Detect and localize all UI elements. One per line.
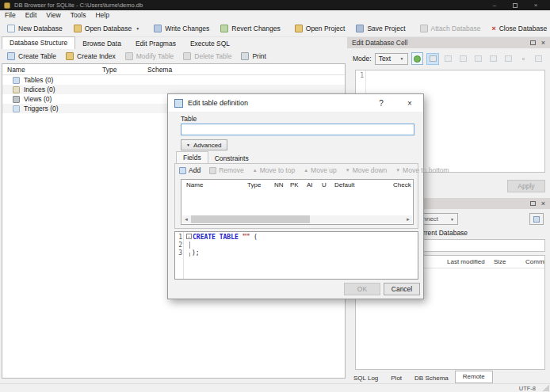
- identity-settings-button[interactable]: [529, 213, 544, 225]
- app-window: DB Browser for SQLite - C:\Users\turne\d…: [0, 0, 550, 392]
- close-database-button[interactable]: × Close Database: [486, 22, 550, 35]
- tab-plot[interactable]: Plot: [384, 373, 408, 383]
- col-type[interactable]: Type: [247, 181, 261, 188]
- close-window-button[interactable]: ×: [525, 0, 546, 10]
- dialog-tab-bar: Fields Constraints: [176, 151, 255, 164]
- open-database-button[interactable]: Open Database ▼: [68, 22, 146, 35]
- apply-cell-icon: [414, 55, 421, 63]
- print-icon: [241, 52, 249, 60]
- resize-grip[interactable]: [543, 385, 549, 391]
- col-u[interactable]: U: [322, 181, 327, 188]
- save-cell-icon: [487, 53, 499, 65]
- create-table-icon: [7, 52, 15, 60]
- sql-line-number: 1: [175, 234, 182, 242]
- revert-changes-button[interactable]: Revert Changes: [215, 22, 285, 35]
- open-database-dropdown-icon[interactable]: ▼: [136, 26, 139, 31]
- mode-label: Mode:: [353, 55, 372, 63]
- dialog-help-button[interactable]: ?: [374, 99, 388, 108]
- minimize-button[interactable]: –: [484, 0, 505, 10]
- column-size[interactable]: Size: [494, 258, 506, 265]
- tab-db-schema[interactable]: DB Schema: [408, 373, 455, 383]
- move-top-icon: ▲: [253, 168, 258, 173]
- maximize-button[interactable]: [505, 0, 525, 10]
- cancel-button[interactable]: Cancel: [384, 283, 420, 295]
- col-default[interactable]: Default: [334, 181, 354, 188]
- table-name-label: Table: [181, 115, 197, 123]
- write-changes-icon: [154, 25, 162, 32]
- column-type[interactable]: Type: [102, 66, 116, 74]
- add-field-button[interactable]: Add: [179, 166, 201, 174]
- column-last-modified[interactable]: Last modified: [447, 258, 485, 265]
- dialog-close-button[interactable]: ×: [403, 99, 417, 108]
- open-project-button[interactable]: Open Project: [289, 22, 351, 35]
- move-down-button: ▼ Move down: [346, 166, 387, 174]
- move-to-bottom-button: ▼ Move to bottom: [395, 166, 449, 174]
- menu-tools[interactable]: Tools: [66, 10, 91, 21]
- tab-remote[interactable]: Remote: [455, 371, 493, 383]
- menu-view[interactable]: View: [41, 10, 65, 21]
- advanced-toggle-button[interactable]: ▼ Advanced: [181, 139, 227, 150]
- print-button[interactable]: Print: [236, 51, 270, 62]
- scroll-right-icon[interactable]: ►: [404, 215, 412, 223]
- scrollbar-thumb[interactable]: [191, 215, 310, 223]
- menu-help[interactable]: Help: [90, 10, 113, 21]
- column-schema[interactable]: Schema: [147, 66, 172, 74]
- wordwrap-icon[interactable]: [426, 53, 439, 65]
- close-database-label: Close Database: [499, 25, 547, 32]
- tree-row-label: Indices (0): [24, 86, 55, 93]
- tab-sql-log[interactable]: SQL Log: [347, 373, 384, 383]
- col-nn[interactable]: NN: [274, 181, 284, 188]
- remove-field-label: Remove: [219, 166, 244, 174]
- horizontal-scrollbar[interactable]: ◄ ►: [182, 215, 412, 223]
- tab-browse-data[interactable]: Browse Data: [75, 38, 128, 49]
- new-database-icon: [7, 25, 15, 32]
- main-tab-bar: Database Structure Browse Data Edit Prag…: [0, 37, 346, 49]
- column-name[interactable]: Name: [7, 66, 25, 74]
- import-file-icon: [456, 53, 469, 65]
- add-field-label: Add: [189, 166, 201, 174]
- apply-cell-button[interactable]: [411, 52, 423, 65]
- close-dock-icon[interactable]: ×: [541, 200, 545, 207]
- save-project-button[interactable]: Save Project: [350, 22, 411, 35]
- menu-file[interactable]: File: [0, 10, 21, 21]
- close-database-icon: ×: [491, 25, 495, 32]
- col-pk[interactable]: PK: [290, 181, 299, 188]
- save-project-label: Save Project: [367, 25, 405, 32]
- float-dock-icon[interactable]: [530, 201, 536, 206]
- tree-row-tables[interactable]: Tables (0): [2, 75, 345, 85]
- float-dock-icon[interactable]: [530, 40, 536, 45]
- mode-select[interactable]: Text ▼: [375, 53, 408, 65]
- attach-database-button: Attach Database: [414, 22, 487, 35]
- fold-marker-icon[interactable]: −: [186, 234, 192, 239]
- col-ai[interactable]: AI: [307, 181, 313, 188]
- maximize-icon: [513, 3, 518, 8]
- create-index-button[interactable]: Create Index: [61, 51, 120, 62]
- dialog-title: Edit table definition: [188, 99, 248, 107]
- fields-toolbar: Add Remove ▲ Move to top ▲ Move up ▼ Mov…: [179, 166, 449, 174]
- create-table-button[interactable]: Create Table: [2, 51, 61, 62]
- col-name[interactable]: Name: [186, 181, 203, 188]
- col-check[interactable]: Check: [393, 181, 411, 188]
- tab-constraints[interactable]: Constraints: [208, 153, 255, 164]
- new-database-button[interactable]: New Database: [2, 22, 68, 35]
- tab-execute-sql[interactable]: Execute SQL: [183, 38, 237, 49]
- remove-field-button: Remove: [209, 166, 244, 174]
- column-commit[interactable]: Commit: [525, 258, 545, 265]
- print-label: Print: [252, 52, 265, 60]
- encoding-indicator[interactable]: UTF-8: [519, 385, 536, 392]
- modify-table-icon: [125, 52, 133, 60]
- revert-changes-icon: [220, 25, 228, 32]
- write-changes-button[interactable]: Write Changes: [148, 22, 215, 35]
- tab-fields[interactable]: Fields: [176, 151, 208, 164]
- menubar: File Edit View Tools Help: [0, 10, 550, 21]
- tab-database-structure[interactable]: Database Structure: [2, 36, 75, 49]
- close-dock-icon[interactable]: ×: [541, 40, 545, 47]
- move-top-label: Move to top: [260, 166, 295, 174]
- triggers-icon: [13, 105, 20, 112]
- table-name-input[interactable]: [181, 124, 414, 135]
- open-database-label: Open Database: [85, 25, 132, 32]
- tab-edit-pragmas[interactable]: Edit Pragmas: [128, 38, 183, 49]
- sql-preview: 1 2 3 −CREATE TABLE "" ( );: [174, 231, 418, 280]
- menu-edit[interactable]: Edit: [21, 10, 42, 21]
- scroll-left-icon[interactable]: ◄: [182, 215, 190, 223]
